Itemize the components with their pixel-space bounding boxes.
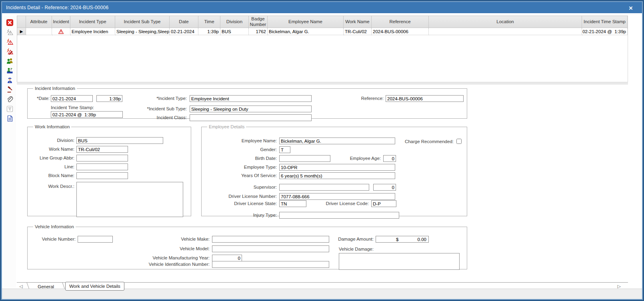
block-name-field[interactable] xyxy=(76,172,128,179)
employees-icon[interactable] xyxy=(6,57,13,64)
driver-license-number-label: Driver License Number: xyxy=(206,194,277,199)
grid-header-badge-number[interactable]: Badge Number xyxy=(249,16,268,28)
attachment-icon[interactable] xyxy=(6,96,13,103)
years-of-service-label: Years Of Service: xyxy=(206,173,277,178)
gavel-icon[interactable] xyxy=(6,86,13,93)
grid-header-incident-type[interactable]: Incident Type xyxy=(70,16,115,28)
work-name-field[interactable] xyxy=(76,146,128,153)
incident-information-group: Incident Information *Date: Incident Tim… xyxy=(27,86,467,119)
birth-date-field[interactable] xyxy=(279,155,330,162)
charge-recommended-label: Charge Recommended: xyxy=(374,139,454,144)
grid-header-division[interactable]: Division xyxy=(220,16,249,28)
warning-icon[interactable] xyxy=(52,28,70,35)
grid-header-location[interactable]: Location xyxy=(429,16,582,28)
employee-work-icon[interactable] xyxy=(6,67,13,74)
work-name-label: Work Name: xyxy=(32,147,74,151)
driver-license-code-label: Driver License Code: xyxy=(302,201,369,206)
line-group-abbr-field[interactable] xyxy=(76,155,128,161)
supervisor-label: Supervisor: xyxy=(206,185,277,189)
damage-amount-label: Damage Amount: xyxy=(294,237,374,241)
incident-type-field[interactable] xyxy=(190,95,312,102)
cell-employee-name[interactable]: Bickelman, Algar G. xyxy=(268,28,344,35)
cell-incident-sub-type[interactable]: Sleeping - Sleeping,Sleep xyxy=(115,28,170,35)
vehicle-model-label: Vehicle Model: xyxy=(130,246,210,251)
incident-edit-icon[interactable] xyxy=(6,48,13,55)
line-field[interactable] xyxy=(76,163,128,170)
grid-header-incident[interactable]: Incident xyxy=(52,16,70,28)
cell-date[interactable]: 02-21-2024 xyxy=(170,28,198,35)
grid-header-time[interactable]: Time xyxy=(198,16,220,28)
table-row[interactable]: ▶ Employee Inciden Sleeping - Sleeping,S… xyxy=(17,28,628,35)
grid-header-selector xyxy=(17,16,26,28)
incident-alert-icon[interactable] xyxy=(6,38,13,45)
grid-header-attribute[interactable]: Attribute xyxy=(26,16,52,28)
vehicle-number-field[interactable] xyxy=(78,236,113,243)
years-of-service-field[interactable] xyxy=(279,172,395,179)
charge-recommended-checkbox[interactable] xyxy=(456,139,462,144)
cell-division[interactable]: BUS xyxy=(220,28,249,35)
damage-amount-field[interactable]: $ 0.00 xyxy=(376,236,429,243)
employee-age-field[interactable] xyxy=(383,155,396,162)
cell-work-name[interactable]: TR-Culi/02 xyxy=(344,28,372,35)
injury-type-field[interactable] xyxy=(279,212,399,219)
vehicle-manufacturing-year-label: Vehicle Manufacturing Year: xyxy=(130,255,210,260)
cell-reference[interactable]: 2024-BUS-00006 xyxy=(372,28,429,35)
grid-header-reference[interactable]: Reference xyxy=(372,16,429,28)
cell-incident-type[interactable]: Employee Inciden xyxy=(70,28,115,35)
driver-license-number-field[interactable] xyxy=(279,193,395,200)
incident-class-label: Incident Class: xyxy=(131,115,187,120)
damage-currency-symbol: $ xyxy=(377,237,418,242)
cell-time[interactable]: 1:39p xyxy=(198,28,220,35)
date-field[interactable] xyxy=(51,95,93,102)
tab-work-and-vehicle-details[interactable]: Work and Vehicle Details xyxy=(65,282,124,291)
incident-class-field[interactable] xyxy=(190,114,312,121)
driver-license-code-field[interactable] xyxy=(371,200,396,207)
time-field[interactable] xyxy=(96,95,122,102)
incident-type-label: *Incident Type: xyxy=(131,96,187,101)
close-icon[interactable]: ✕ xyxy=(627,4,635,12)
grid-header-incident-time-stamp[interactable]: Incident Time Stamp xyxy=(582,16,628,28)
supervisor-number-field[interactable] xyxy=(373,184,396,191)
employee-details-group: Employee Details Employee Name: Charge R… xyxy=(201,124,467,216)
incident-time-stamp-label: Incident Time Stamp: xyxy=(51,105,94,110)
close-record-icon[interactable] xyxy=(6,19,13,26)
grid-header-date[interactable]: Date xyxy=(170,16,198,28)
incident-disabled-icon[interactable] xyxy=(6,28,13,36)
vehicle-information-group: Vehicle Information Vehicle Number: Vehi… xyxy=(27,224,467,269)
work-information-legend: Work Information xyxy=(33,124,71,129)
vehicle-manufacturing-year-field[interactable] xyxy=(212,255,242,261)
line-label: Line: xyxy=(32,164,74,169)
employee-details-legend: Employee Details xyxy=(207,124,246,129)
gender-field[interactable] xyxy=(279,146,290,153)
grid-header-employee-name[interactable]: Employee Name xyxy=(268,16,344,28)
incident-sub-type-field[interactable] xyxy=(190,106,312,112)
incident-information-legend: Incident Information xyxy=(33,86,77,91)
grid-header-incident-sub-type[interactable]: Incident Sub Type xyxy=(115,16,170,28)
cell-location[interactable] xyxy=(429,28,582,35)
work-descr-field[interactable] xyxy=(76,182,183,217)
grid-header-work-name[interactable]: Work Name xyxy=(344,16,372,28)
cell-attribute[interactable] xyxy=(26,28,52,35)
document-icon[interactable] xyxy=(6,115,13,122)
employee-type-field[interactable] xyxy=(279,164,395,171)
detail-form: Incident Information *Date: Incident Tim… xyxy=(17,84,628,282)
filter-disabled-icon[interactable] xyxy=(6,105,13,112)
driver-license-state-label: Driver License State: xyxy=(206,201,277,206)
vehicle-information-legend: Vehicle Information xyxy=(33,224,76,229)
division-field[interactable] xyxy=(76,137,163,144)
incident-sub-type-label: *Incident Sub Type: xyxy=(131,106,187,111)
vehicle-model-field[interactable] xyxy=(212,245,329,252)
damage-amount-value: 0.00 xyxy=(418,237,427,242)
cell-badge-number[interactable]: 1762 xyxy=(249,28,268,35)
vehicle-identification-number-field[interactable] xyxy=(212,261,329,268)
reference-label: Reference: xyxy=(356,96,384,101)
vehicle-damage-field[interactable] xyxy=(339,253,460,270)
incident-time-stamp-field[interactable] xyxy=(51,111,123,118)
row-selector-arrow-icon[interactable]: ▶ xyxy=(17,28,26,35)
officer-icon[interactable] xyxy=(6,76,13,84)
reference-field[interactable] xyxy=(386,95,464,102)
cell-incident-time-stamp[interactable]: 02-21-2024 @ 1:39p xyxy=(582,28,628,35)
supervisor-field[interactable] xyxy=(279,184,369,191)
employee-name-label: Employee Name: xyxy=(206,138,277,143)
work-descr-label: Work Descr.: xyxy=(32,184,74,189)
